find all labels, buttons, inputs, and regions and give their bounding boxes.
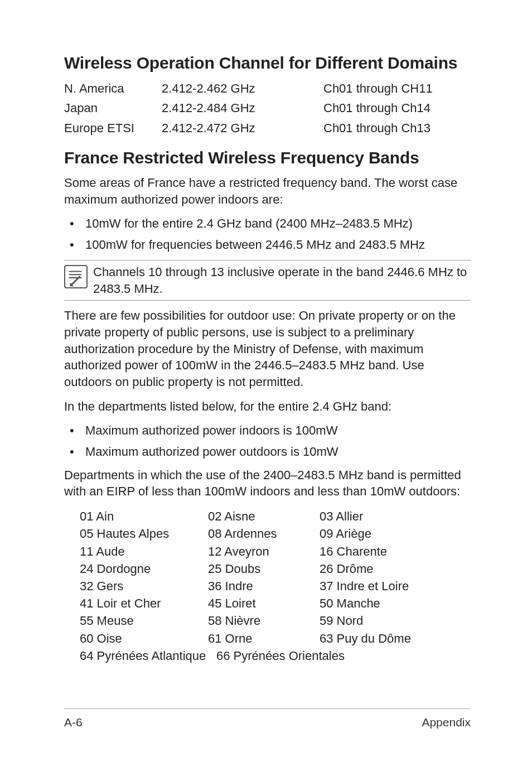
dept-cell: 37 Indre et Loire: [320, 577, 471, 595]
section-label: Appendix: [422, 715, 471, 730]
dept-cell: 60 Oise: [80, 630, 208, 647]
dept-cell: [361, 647, 471, 664]
paragraph: Departments in which the use of the 2400…: [64, 467, 471, 500]
paragraph: Some areas of France have a restricted f…: [64, 175, 471, 208]
page-footer: A-6 Appendix: [64, 708, 471, 730]
table-row: 64 Pyrénées Atlantique66 Pyrénées Orient…: [80, 647, 471, 664]
heading-france-restricted: France Restricted Wireless Frequency Ban…: [64, 147, 471, 170]
dept-cell: 25 Doubs: [208, 560, 320, 577]
dept-cell: 58 Nièvre: [208, 612, 320, 629]
freq-cell: 2.412-2.472 GHz: [162, 120, 323, 137]
dept-cell: 16 Charente: [320, 543, 471, 560]
dept-cell: 61 Orne: [208, 630, 320, 647]
channel-cell: Ch01 through Ch13: [323, 120, 471, 137]
dept-cell: 01 Ain: [80, 508, 208, 525]
dept-cell: 24 Dordogne: [80, 560, 208, 577]
dept-cell: 41 Loir et Cher: [80, 595, 208, 612]
dept-cell: 64 Pyrénées Atlantique: [80, 647, 216, 664]
list-item: Maximum authorized power indoors is 100m…: [64, 422, 471, 439]
region-cell: Europe ETSI: [64, 120, 162, 137]
list-item: 100mW for frequencies between 2446.5 MHz…: [64, 237, 471, 253]
freq-cell: 2.412-2.484 GHz: [162, 100, 323, 117]
domain-row: Japan 2.412-2.484 GHz Ch01 through Ch14: [64, 100, 471, 117]
table-row: 55 Meuse58 Nièvre59 Nord: [80, 612, 471, 629]
list-item: Maximum authorized power outdoors is 10m…: [64, 443, 471, 460]
dept-cell: 11 Aude: [80, 543, 208, 560]
dept-cell: 05 Hautes Alpes: [80, 525, 208, 542]
region-cell: Japan: [64, 100, 162, 117]
dept-cell: 59 Nord: [320, 612, 471, 629]
table-row: 05 Hautes Alpes08 Ardennes09 Ariège: [80, 525, 471, 542]
page-number: A-6: [64, 715, 83, 730]
table-row: 41 Loir et Cher45 Loiret50 Manche: [80, 595, 471, 612]
dept-cell: 45 Loiret: [208, 595, 320, 612]
table-row: 60 Oise61 Orne63 Puy du Dôme: [80, 630, 471, 647]
domain-row: N. America 2.412-2.462 GHz Ch01 through …: [64, 80, 471, 97]
dept-cell: 08 Ardennes: [208, 525, 320, 542]
dept-cell: 55 Meuse: [80, 612, 208, 629]
domain-row: Europe ETSI 2.412-2.472 GHz Ch01 through…: [64, 120, 471, 137]
channel-cell: Ch01 through Ch14: [323, 100, 471, 117]
dept-cell: 09 Ariège: [320, 525, 471, 542]
list-item: 10mW for the entire 2.4 GHz band (2400 M…: [64, 215, 471, 232]
channel-cell: Ch01 through CH11: [323, 80, 471, 97]
dept-cell: 66 Pyrénées Orientales: [216, 647, 361, 664]
dept-cell: 63 Puy du Dôme: [320, 630, 471, 647]
freq-cell: 2.412-2.462 GHz: [162, 80, 323, 97]
departments-table: 01 Ain02 Aisne03 Allier 05 Hautes Alpes0…: [80, 508, 471, 664]
dept-cell: 03 Allier: [320, 508, 471, 525]
note-icon: [64, 265, 88, 288]
dept-cell: 26 Drôme: [320, 560, 471, 577]
dept-cell: 50 Manche: [320, 595, 471, 612]
note-callout: Channels 10 through 13 inclusive operate…: [64, 260, 471, 301]
region-cell: N. America: [64, 80, 162, 97]
dept-cell: 32 Gers: [80, 577, 208, 595]
heading-wireless-channels: Wireless Operation Channel for Different…: [64, 52, 471, 75]
table-row: 11 Aude12 Aveyron16 Charente: [80, 543, 471, 560]
dept-cell: 02 Aisne: [208, 508, 320, 525]
dept-cell: 12 Aveyron: [208, 543, 320, 560]
table-row: 24 Dordogne25 Doubs26 Drôme: [80, 560, 471, 577]
paragraph: In the departments listed below, for the…: [64, 398, 471, 415]
bullet-list: Maximum authorized power indoors is 100m…: [64, 422, 471, 460]
dept-cell: 36 Indre: [208, 577, 320, 595]
note-text: Channels 10 through 13 inclusive operate…: [93, 264, 471, 297]
bullet-list: 10mW for the entire 2.4 GHz band (2400 M…: [64, 215, 471, 253]
paragraph: There are few possibilities for outdoor …: [64, 307, 471, 390]
table-row: 01 Ain02 Aisne03 Allier: [80, 508, 471, 525]
table-row: 32 Gers36 Indre37 Indre et Loire: [80, 577, 471, 595]
